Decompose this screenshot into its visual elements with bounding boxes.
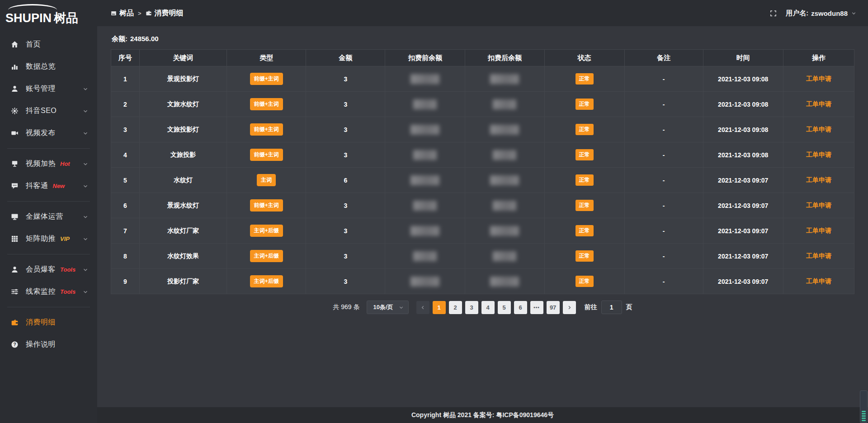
column-header: 操作 [783, 50, 854, 66]
sidebar-item-douketong[interactable]: 抖客通 New [0, 175, 97, 197]
work-order-link[interactable]: 工单申请 [806, 252, 831, 259]
sidebar-item-home[interactable]: 首页 [0, 33, 97, 56]
cell-note: - [624, 244, 703, 269]
sidebar-item-video-publish[interactable]: 视频发布 [0, 122, 97, 144]
floating-widget[interactable] [860, 390, 868, 423]
sidebar-item-label: 抖客通 [26, 181, 48, 191]
cell-action: 工单申请 [783, 244, 854, 269]
cell-amount: 3 [306, 92, 385, 117]
chevron-right-icon [567, 305, 572, 310]
sidebar-item-label: 视频加热 [26, 159, 56, 169]
page-ellipsis-button[interactable]: ••• [530, 301, 543, 314]
redacted-balance [493, 251, 516, 261]
consumption-table: 序号关键词类型金额扣费前余额扣费后余额状态备注时间操作 1 景观投影灯 前缀+主… [111, 49, 854, 294]
work-order-link[interactable]: 工单申请 [806, 100, 831, 108]
sidebar-item-douyin-seo[interactable]: 抖音SEO [0, 100, 97, 122]
cell-amount: 3 [306, 142, 385, 168]
table-row: 3 文旅投影灯 前缀+主词 3 正常 - 2021-12-03 09:08 工单… [111, 117, 854, 142]
page-button[interactable]: 5 [498, 301, 511, 314]
column-header: 扣费前余额 [385, 50, 465, 66]
cell-time: 2021-12-03 09:08 [703, 66, 783, 92]
work-order-link[interactable]: 工单申请 [806, 277, 831, 285]
status-badge: 正常 [576, 174, 594, 186]
cell-pre-balance [385, 269, 465, 294]
status-badge: 正常 [576, 276, 594, 287]
cell-status: 正常 [544, 244, 624, 269]
status-badge: 正常 [576, 149, 594, 160]
cell-index: 6 [111, 193, 140, 218]
column-header: 金额 [306, 50, 385, 66]
page-prev-button[interactable] [416, 301, 429, 314]
cell-action: 工单申请 [783, 142, 854, 168]
question-icon: ? [11, 341, 20, 348]
page-button-active[interactable]: 1 [433, 301, 446, 314]
sidebar: SHUPIN树品 首页 数据总览 账号管理 抖音SEO 视频发布 [0, 0, 97, 423]
cell-status: 正常 [544, 168, 624, 193]
app-logo: SHUPIN树品 [0, 0, 97, 27]
page-size-select[interactable]: 10条/页 [367, 301, 409, 314]
cell-pre-balance [385, 92, 465, 117]
goto-input[interactable] [601, 301, 622, 314]
sidebar-item-media-operation[interactable]: 全媒体运营 [0, 206, 97, 228]
redacted-balance [413, 201, 437, 211]
sidebar-item-account-management[interactable]: 账号管理 [0, 78, 97, 100]
sidebar-item-clue-monitor[interactable]: 线索监控 Tools [0, 281, 97, 303]
balance: 余额:24856.00 [112, 35, 854, 43]
cell-status: 正常 [544, 117, 624, 142]
work-order-link[interactable]: 工单申请 [806, 151, 831, 158]
chevron-down-icon [83, 267, 88, 273]
page-button[interactable]: 6 [514, 301, 527, 314]
redacted-balance [493, 201, 516, 211]
work-order-link[interactable]: 工单申请 [806, 75, 831, 82]
breadcrumb: 树品 > 消费明细 [111, 9, 184, 18]
fullscreen-icon[interactable] [770, 10, 777, 17]
page-button[interactable]: 97 [547, 301, 560, 314]
cell-pre-balance [385, 142, 465, 168]
chevron-down-icon [83, 214, 88, 220]
sidebar-item-matrix-boost[interactable]: 矩阵助推 VIP [0, 228, 97, 250]
work-order-link[interactable]: 工单申请 [806, 202, 831, 209]
table-header-row: 序号关键词类型金额扣费前余额扣费后余额状态备注时间操作 [111, 50, 854, 66]
cell-time: 2021-12-03 09:08 [703, 117, 783, 142]
cell-action: 工单申请 [783, 66, 854, 92]
cell-action: 工单申请 [783, 117, 854, 142]
page-next-button[interactable] [563, 301, 576, 314]
user-menu[interactable]: 用户名: zswodun88 [786, 9, 856, 18]
breadcrumb-current[interactable]: 消费明细 [146, 9, 184, 18]
sidebar-item-member-baoke[interactable]: 会员爆客 Tools [0, 258, 97, 281]
page-button[interactable]: 3 [465, 301, 478, 314]
cell-note: - [624, 193, 703, 218]
cell-time: 2021-12-03 09:08 [703, 92, 783, 117]
sidebar-item-consume-detail[interactable]: 消费明细 [0, 311, 97, 334]
cell-action: 工单申请 [783, 269, 854, 294]
sidebar-item-video-heat[interactable]: 视频加热 Hot [0, 153, 97, 175]
cell-keyword: 水纹灯厂家 [140, 218, 227, 244]
page-button[interactable]: 4 [481, 301, 495, 314]
type-badge: 主词+后缀 [250, 225, 283, 237]
sidebar-item-label: 视频发布 [26, 128, 56, 138]
cell-type: 主词+后缀 [227, 244, 306, 269]
cell-post-balance [465, 218, 544, 244]
cell-amount: 3 [306, 117, 385, 142]
cell-keyword: 投影灯厂家 [140, 269, 227, 294]
sidebar-item-data-overview[interactable]: 数据总览 [0, 56, 97, 78]
work-order-link[interactable]: 工单申请 [806, 176, 831, 183]
username-label: 用户名: [786, 9, 808, 18]
work-order-link[interactable]: 工单申请 [806, 126, 831, 133]
cell-keyword: 文旅投影 [140, 142, 227, 168]
sidebar-item-operation-guide[interactable]: ? 操作说明 [0, 334, 97, 356]
cell-type: 前缀+主词 [227, 66, 306, 92]
work-order-link[interactable]: 工单申请 [806, 227, 831, 234]
cell-amount: 6 [306, 168, 385, 193]
balance-value: 24856.00 [130, 35, 159, 42]
cell-keyword: 文旅投影灯 [140, 117, 227, 142]
cell-status: 正常 [544, 142, 624, 168]
breadcrumb-root[interactable]: 树品 [111, 9, 134, 18]
redacted-balance [410, 74, 439, 84]
chevron-down-icon [399, 305, 404, 310]
table-row: 6 景观水纹灯 前缀+主词 3 正常 - 2021-12-03 09:07 工单… [111, 193, 854, 218]
cell-index: 1 [111, 66, 140, 92]
status-badge: 正常 [576, 124, 594, 135]
chevron-down-icon [83, 108, 88, 114]
page-button[interactable]: 2 [449, 301, 462, 314]
